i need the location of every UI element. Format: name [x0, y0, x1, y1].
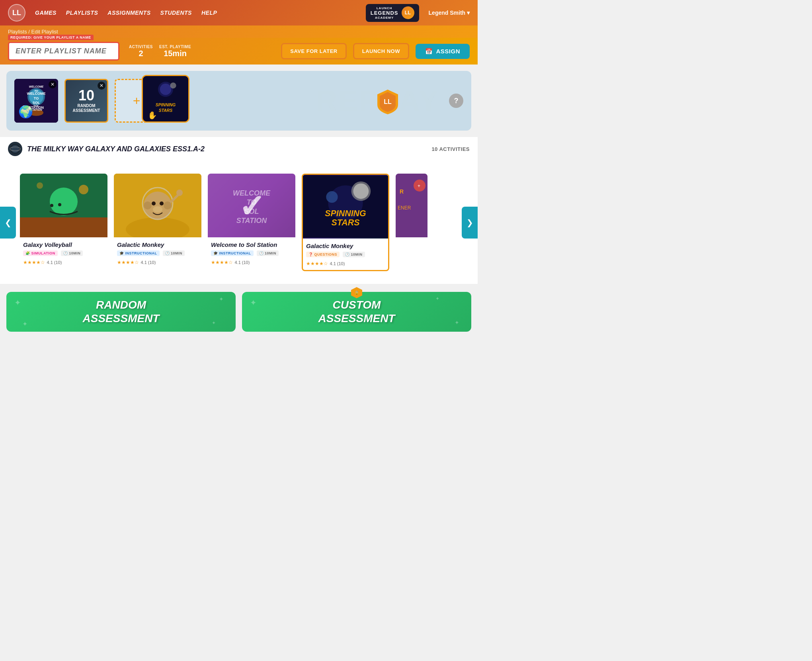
time-tag-3: 🕐 10MIN	[257, 250, 279, 256]
carousel-next-button[interactable]: ❯	[462, 207, 478, 239]
remove-sol-station-button[interactable]: ✕	[49, 80, 57, 88]
galaxy-volleyball-rating: ★★★★☆ 4.1 (10)	[23, 258, 104, 266]
svg-point-24	[79, 185, 88, 194]
remove-random-assessment-button[interactable]: ✕	[98, 82, 105, 90]
svg-text:WELCOME: WELCOME	[29, 85, 44, 88]
academy-icon: LL	[402, 6, 414, 19]
academy-label-line2: LEGENDS	[371, 10, 398, 16]
questions-tag: ❓ QUESTIONS	[306, 252, 340, 257]
toolbar: REQUIRED: GIVE YOUR PLAYLIST A NAME ACTI…	[0, 38, 478, 65]
svg-point-46	[353, 184, 369, 199]
svg-point-11	[170, 82, 176, 88]
galactic-monkey-questions-meta: ❓ QUESTIONS 🕐 10MIN	[306, 252, 385, 257]
playlist-name-container: REQUIRED: GIVE YOUR PLAYLIST A NAME	[8, 42, 119, 61]
activities-info: ACTIVITIES 2	[129, 45, 153, 58]
game-card-galactic-monkey[interactable]: Galactic Monkey 🎓 INSTRUCTIONAL 🕐 10MIN …	[114, 174, 201, 271]
game-card-sol-station[interactable]: WELCOME TO SOL STATION ✓ Welcome to Sol …	[208, 174, 295, 271]
star-deco-4: ✦	[212, 320, 216, 326]
galactic-monkey-info: Galactic Monkey 🎓 INSTRUCTIONAL 🕐 10MIN …	[114, 237, 201, 269]
svg-text:SOL: SOL	[33, 104, 39, 107]
carousel-prev-button[interactable]: ❮	[0, 207, 16, 239]
help-circle-button[interactable]: ?	[449, 94, 463, 108]
playlist-card-sol-station[interactable]: ✕ WELCOME TO SOL STATION	[14, 79, 58, 123]
playtime-info: EST. PLAYTIME 15min	[159, 45, 191, 58]
clock-icon-1: 🕐	[63, 251, 68, 255]
svg-text:✋: ✋	[148, 111, 157, 120]
assign-button[interactable]: 📅 ASSIGN	[416, 44, 470, 59]
galactic-monkey-meta: 🎓 INSTRUCTIONAL 🕐 10MIN	[117, 250, 198, 256]
instructional-tag-1: 🎓 INSTRUCTIONAL	[117, 250, 160, 256]
academy-badge: LAUNCH LEGENDS ACADEMY LL	[366, 4, 419, 22]
sol-station-title: Welcome to Sol Station	[211, 241, 292, 248]
game-card-partial[interactable]: R ENER +	[396, 174, 427, 271]
breadcrumb: Playlists / Edit Playlist	[8, 29, 470, 35]
lock-icon: 🔒	[354, 291, 359, 295]
clock-icon-3: 🕐	[259, 251, 264, 255]
svg-point-30	[160, 201, 164, 205]
svg-point-33	[164, 201, 172, 209]
nav-games[interactable]: GAMES	[35, 10, 57, 16]
svg-text:SPINNING: SPINNING	[156, 103, 176, 107]
random-assessment-label: RANDOM ASSESSMENT	[73, 104, 100, 113]
user-menu[interactable]: Legend Smith ▾	[429, 10, 470, 16]
galaxy-volleyball-meta: 🧩 SIMULATION 🕐 10MIN	[23, 250, 104, 256]
svg-point-47	[326, 191, 338, 203]
sol-station-info: Welcome to Sol Station 🎓 INSTRUCTIONAL 🕐…	[208, 237, 295, 269]
nav-links: GAMES PLAYLISTS ASSIGNMENTS STUDENTS HEL…	[35, 10, 356, 16]
app-logo[interactable]: LL	[8, 4, 25, 22]
random-assessment-card[interactable]: ✦ ✦ ✦ ✦ RANDOM ASSESSMENT	[6, 292, 236, 332]
playlist-name-input[interactable]	[8, 42, 119, 61]
svg-point-10	[160, 84, 172, 95]
random-assessment-number: 10	[78, 88, 94, 103]
floating-spinning-stars-card[interactable]: SPINNING STARS ✋	[142, 75, 189, 123]
sol-station-meta: 🎓 INSTRUCTIONAL 🕐 10MIN	[211, 250, 292, 256]
navbar: LL GAMES PLAYLISTS ASSIGNMENTS STUDENTS …	[0, 0, 478, 25]
playlist-card-random-assessment[interactable]: ✕ 10 RANDOM ASSESSMENT	[64, 79, 108, 123]
star-deco-5: ✦	[250, 298, 257, 307]
game-card-galaxy-volleyball[interactable]: Galaxy Volleyball 🧩 SIMULATION 🕐 10MIN ★…	[20, 174, 107, 271]
svg-text:TO: TO	[34, 90, 38, 92]
svg-text:STATION: STATION	[30, 108, 43, 111]
questions-icon: ❓	[308, 252, 313, 256]
galaxy-volleyball-info: Galaxy Volleyball 🧩 SIMULATION 🕐 10MIN ★…	[20, 237, 107, 269]
simulation-tag: 🧩 SIMULATION	[23, 250, 58, 256]
games-list: Galaxy Volleyball 🧩 SIMULATION 🕐 10MIN ★…	[0, 167, 478, 278]
clock-icon-4: 🕐	[345, 252, 350, 256]
clock-icon-2: 🕐	[165, 251, 170, 255]
nav-assignments[interactable]: ASSIGNMENTS	[107, 10, 150, 16]
svg-point-36	[176, 190, 183, 196]
section-header: THE MILKY WAY GALAXY AND GALAXIES ESS1.A…	[0, 137, 478, 161]
svg-text:✓: ✓	[238, 189, 265, 224]
section-title: THE MILKY WAY GALAXY AND GALAXIES ESS1.A…	[27, 145, 427, 153]
calendar-icon: 📅	[425, 48, 433, 55]
svg-point-31	[153, 206, 162, 213]
svg-point-2	[29, 90, 43, 104]
svg-text:R: R	[400, 188, 404, 195]
lock-badge: 🔒	[351, 287, 362, 298]
games-carousel: ❮ Galaxy Volleyball	[0, 161, 478, 284]
save-for-later-button[interactable]: SAVE FOR LATER	[281, 43, 346, 59]
instruct-icon-1: 🎓	[119, 251, 124, 255]
nav-playlists[interactable]: PLAYLISTS	[66, 10, 98, 16]
launch-now-button[interactable]: LAUNCH NOW	[353, 43, 409, 59]
custom-assessment-card[interactable]: 🔒 ✦ ✦ ✦ CUSTOM ASSESSMENT	[242, 292, 471, 332]
svg-text:STARS: STARS	[332, 218, 360, 227]
svg-point-23	[58, 203, 61, 206]
nav-students[interactable]: STUDENTS	[160, 10, 192, 16]
galactic-monkey-rating: ★★★★☆ 4.1 (10)	[117, 258, 198, 266]
time-tag-2: 🕐 10MIN	[163, 250, 185, 256]
svg-point-21	[50, 188, 78, 215]
instruct-icon-2: 🎓	[213, 251, 218, 255]
sol-station-thumbnail-carousel: WELCOME TO SOL STATION ✓	[208, 174, 295, 237]
svg-point-22	[50, 204, 53, 207]
galactic-monkey-title: Galactic Monkey	[117, 241, 198, 248]
nav-help[interactable]: HELP	[201, 10, 217, 16]
sol-station-rating: ★★★★☆ 4.1 (10)	[211, 258, 292, 266]
game-card-galactic-monkey-questions[interactable]: SPINNING STARS Galactic Monkey ❓ QUESTIO…	[302, 174, 389, 271]
star-deco-1: ✦	[14, 298, 21, 307]
galaxy-volleyball-title: Galaxy Volleyball	[23, 241, 104, 248]
galactic-monkey-questions-rating: ★★★★☆ 4.1 (10)	[306, 260, 385, 267]
academy-label-line1: LAUNCH	[371, 6, 398, 10]
partial-thumbnail: R ENER +	[396, 174, 427, 237]
section-planet-icon	[8, 142, 22, 156]
